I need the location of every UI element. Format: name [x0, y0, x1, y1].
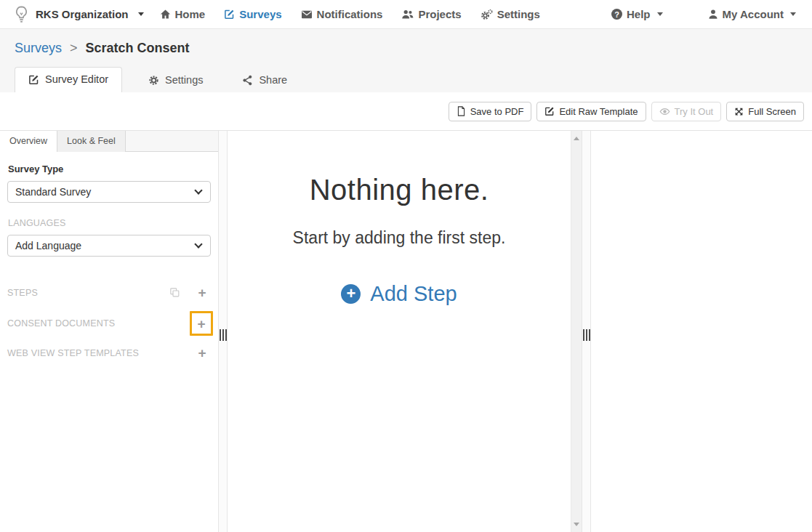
caret-down-icon — [657, 12, 663, 16]
sidebar-panel: Overview Look & Feel Survey Type Standar… — [0, 131, 218, 532]
breadcrumb-separator: > — [70, 41, 78, 55]
right-splitter[interactable] — [582, 131, 591, 532]
user-icon — [708, 9, 718, 20]
nav-item-settings[interactable]: Settings — [481, 8, 540, 20]
users-icon — [401, 9, 414, 20]
consent-add-highlight-box: + — [190, 311, 213, 336]
add-step-button[interactable]: Add Step — [341, 282, 457, 306]
tab-overview[interactable]: Overview — [0, 131, 57, 152]
file-pdf-icon — [457, 106, 466, 116]
save-to-pdf-button[interactable]: Save to PDF — [449, 102, 532, 121]
empty-state: Nothing here. Start by adding the first … — [228, 131, 582, 306]
nav-item-projects[interactable]: Projects — [401, 8, 461, 20]
pencil-square-icon — [28, 74, 39, 85]
pencil-square-icon — [544, 106, 555, 116]
share-icon — [242, 75, 253, 86]
chevron-down-icon — [194, 240, 202, 248]
add-web-view-template-button[interactable]: + — [196, 346, 208, 360]
nav-item-home[interactable]: Home — [160, 8, 206, 20]
breadcrumb-surveys-link[interactable]: Surveys — [15, 41, 62, 55]
envelope-icon — [301, 9, 313, 20]
scroll-down-icon[interactable] — [574, 523, 579, 526]
copy-steps-button[interactable] — [169, 286, 181, 299]
caret-down-icon — [790, 12, 796, 16]
lightbulb-icon — [15, 5, 28, 24]
edit-raw-template-button[interactable]: Edit Raw Template — [536, 102, 646, 121]
tab-look-and-feel[interactable]: Look & Feel — [57, 131, 126, 152]
nav-item-surveys[interactable]: Surveys — [224, 8, 281, 20]
caret-down-icon — [138, 12, 144, 16]
consent-documents-label: CONSENT DOCUMENTS — [7, 318, 115, 329]
help-menu[interactable]: Help — [611, 8, 663, 20]
page-tabs: Survey Editor Settings Share — [15, 67, 300, 92]
survey-type-label: Survey Type — [8, 164, 211, 174]
grip-icon — [220, 329, 227, 341]
org-brand-menu[interactable]: RKS Organization — [15, 5, 144, 24]
editor-toolbar: Save to PDF Edit Raw Template Try It Out… — [0, 92, 812, 130]
detail-panel — [591, 131, 812, 532]
question-circle-icon — [611, 9, 622, 20]
workspace: Overview Look & Feel Survey Type Standar… — [0, 130, 812, 532]
org-name: RKS Organization — [36, 8, 129, 20]
try-it-out-button[interactable]: Try It Out — [651, 102, 722, 121]
sidebar-body: Survey Type Standard Survey LANGUAGES Ad… — [0, 152, 218, 360]
editor-scrollbar[interactable] — [571, 131, 582, 532]
web-view-templates-label: WEB VIEW STEP TEMPLATES — [7, 348, 139, 358]
tab-survey-editor[interactable]: Survey Editor — [15, 67, 122, 92]
grip-icon — [583, 329, 590, 341]
steps-section: STEPS + — [7, 286, 211, 299]
add-consent-document-button[interactable]: + — [196, 317, 207, 331]
page-header: Surveys > Scratch Consent Survey Editor … — [0, 29, 812, 92]
web-view-templates-section: WEB VIEW STEP TEMPLATES + — [7, 346, 211, 360]
cogs-icon — [481, 9, 493, 20]
top-navbar: RKS Organization Home Surveys Notificati… — [0, 0, 812, 29]
left-splitter[interactable] — [218, 131, 228, 532]
sidebar-tabs: Overview Look & Feel — [0, 131, 218, 152]
nav-item-notifications[interactable]: Notifications — [301, 8, 383, 20]
eye-icon — [659, 107, 670, 116]
pencil-square-icon — [224, 9, 235, 20]
empty-state-title: Nothing here. — [228, 174, 571, 206]
consent-documents-section: CONSENT DOCUMENTS + — [7, 311, 211, 336]
plus-circle-icon — [341, 284, 361, 304]
survey-type-select[interactable]: Standard Survey — [7, 181, 211, 203]
scroll-up-icon[interactable] — [574, 137, 579, 140]
chevron-down-icon — [194, 186, 202, 194]
add-language-select[interactable]: Add Language — [7, 235, 211, 257]
full-screen-button[interactable]: Full Screen — [726, 102, 804, 121]
add-step-plus-button[interactable]: + — [196, 286, 208, 299]
steps-label: STEPS — [7, 288, 38, 298]
empty-state-subtitle: Start by adding the first step. — [228, 228, 571, 248]
tab-settings[interactable]: Settings — [135, 68, 216, 92]
tab-share[interactable]: Share — [229, 68, 300, 92]
expand-arrows-icon — [734, 107, 744, 116]
breadcrumb: Surveys > Scratch Consent — [0, 29, 812, 56]
page-title: Scratch Consent — [86, 41, 190, 55]
my-account-menu[interactable]: My Account — [708, 8, 796, 20]
nav-right: Help My Account — [611, 8, 796, 20]
editor-panel: Nothing here. Start by adding the first … — [228, 131, 582, 532]
home-icon — [160, 9, 171, 20]
gear-icon — [148, 75, 159, 86]
languages-label: LANGUAGES — [8, 218, 211, 228]
nav-links: Home Surveys Notifications Projects — [160, 8, 540, 20]
